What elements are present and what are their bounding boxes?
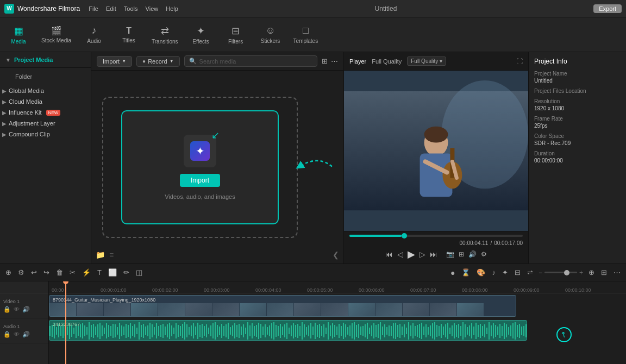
more-tl-icon[interactable]: ⋯ <box>612 267 622 278</box>
menu-tools[interactable]: Tools <box>124 5 138 12</box>
record-tl-icon[interactable]: ⬜ <box>107 267 118 278</box>
svg-rect-100 <box>247 322 248 340</box>
audio1-track-content[interactable]: 2412238767 // Will be rendered as static… <box>49 318 626 343</box>
filter-icon[interactable]: ⊞ <box>322 57 328 65</box>
detach-audio-icon[interactable]: ⚙ <box>17 267 26 278</box>
volume-icon[interactable]: 🔊 <box>468 250 477 258</box>
scrubber-bar[interactable] <box>349 235 523 237</box>
video1-eye-icon[interactable]: 👁 <box>14 306 20 313</box>
zoom-out-icon[interactable]: − <box>539 269 542 277</box>
audio-tl-icon[interactable]: ♪ <box>491 267 497 278</box>
svg-rect-187 <box>436 325 437 337</box>
more-options-icon[interactable]: ⋯ <box>331 57 338 65</box>
menu-view[interactable]: View <box>146 5 159 12</box>
effect-tl-icon[interactable]: ✦ <box>501 267 509 278</box>
settings-icon[interactable]: ⚙ <box>481 250 487 258</box>
scene-svg <box>344 71 528 231</box>
menu-file[interactable]: File <box>89 5 98 12</box>
audio1-clip[interactable]: 2412238767 // Will be rendered as static… <box>49 320 527 341</box>
sidebar-item-influence-kit[interactable]: ▶ Influence Kit NEW <box>0 107 91 118</box>
undo-icon[interactable]: ↩ <box>30 267 38 278</box>
composite-icon[interactable]: ⊟ <box>514 267 522 278</box>
tab-player[interactable]: Player <box>349 58 366 65</box>
audio-label: Audio <box>87 38 101 44</box>
frame-back-icon[interactable]: ◁ <box>397 250 403 259</box>
zoom-slider[interactable] <box>544 272 577 273</box>
video1-track-content[interactable]: 8790144_Guitar_Musician_Playing_1920x108… <box>49 293 626 318</box>
record-button[interactable]: ● Record ▼ <box>136 56 179 67</box>
audio1-audio-icon[interactable]: 🔊 <box>22 331 30 338</box>
menu-bar: File Edit Tools View Help <box>89 5 178 12</box>
sidebar-item-cloud-media[interactable]: ▶ Cloud Media <box>0 96 91 107</box>
fullscreen-icon[interactable]: ⛶ <box>516 58 523 65</box>
playhead[interactable] <box>65 281 66 364</box>
redo-icon[interactable]: ↪ <box>42 267 51 278</box>
add-marker-icon[interactable]: ⊕ <box>587 267 596 278</box>
toolbar-stickers[interactable]: ☺ Stickers <box>259 25 283 44</box>
clip-speed-icon[interactable]: ⌛ <box>460 267 471 278</box>
crop-icon[interactable]: ⊞ <box>459 250 464 258</box>
export-button[interactable]: Export <box>593 4 622 13</box>
video1-audio-icon[interactable]: 🔊 <box>22 306 30 313</box>
media-toolbar-icons: ⊞ ⋯ <box>322 57 338 65</box>
track-area: 00:00 00:00:01:00 00:00:02:00 00:00:03:0… <box>49 281 626 364</box>
motion-icon[interactable]: ⇌ <box>526 267 534 278</box>
sidebar-item-adjustment-layer[interactable]: ▶ Adjustment Layer <box>0 118 91 129</box>
draw-icon[interactable]: ✏ <box>122 267 130 278</box>
list-view-icon[interactable]: ≡ <box>109 250 114 259</box>
snapshot-icon[interactable]: 📷 <box>446 250 454 258</box>
menu-edit[interactable]: Edit <box>106 5 116 12</box>
add-folder-icon[interactable]: 📁 <box>96 250 105 259</box>
panel-collapse-icon[interactable]: ❮ <box>333 250 339 259</box>
sidebar-item-folder[interactable]: Folder <box>4 71 86 82</box>
import-media-button[interactable]: Import <box>180 174 220 187</box>
toolbar-transitions[interactable]: ⇄ Transitions <box>152 25 178 45</box>
audio1-lock-icon[interactable]: 🔒 <box>3 331 11 338</box>
skip-back-icon[interactable]: ⏮ <box>385 250 393 259</box>
cloud-media-toggle: ▶ <box>2 99 7 105</box>
svg-rect-62 <box>165 327 166 335</box>
color-icon[interactable]: 🎨 <box>475 267 486 278</box>
svg-rect-150 <box>356 325 357 337</box>
tab-full-quality[interactable]: Full Quality <box>372 58 402 65</box>
menu-help[interactable]: Help <box>166 5 178 12</box>
svg-rect-213 <box>493 323 494 338</box>
toolbar-filters[interactable]: ⊟ Filters <box>224 25 248 45</box>
grid-options-icon[interactable]: ⊞ <box>600 267 608 278</box>
svg-rect-174 <box>408 322 409 340</box>
toolbar-media[interactable]: ▦ Media <box>7 25 30 45</box>
audio1-eye-icon[interactable]: 👁 <box>14 331 20 338</box>
import-button[interactable]: Import ▼ <box>97 56 132 67</box>
text-icon[interactable]: T <box>96 267 103 278</box>
play-button[interactable]: ▶ <box>408 248 415 260</box>
toolbar-templates[interactable]: □ Templates <box>293 25 318 44</box>
drop-area-outer[interactable]: ✦ ↙ Import Videos, audio, and images <box>102 97 298 238</box>
svg-rect-111 <box>271 323 272 338</box>
skip-forward-icon[interactable]: ⏭ <box>430 250 437 259</box>
search-input[interactable]: 🔍 Search media <box>184 55 317 67</box>
svg-rect-14 <box>60 326 61 336</box>
sidebar-header: ▼ Project Media <box>0 52 91 68</box>
toolbar-titles[interactable]: T Titles <box>117 26 141 43</box>
zoom-in-icon[interactable]: + <box>579 269 583 277</box>
quality-indicator[interactable]: Full Quality ▾ <box>407 57 446 66</box>
import-caret-icon: ▼ <box>122 59 126 64</box>
toolbar-audio[interactable]: ♪ Audio <box>82 25 106 44</box>
delete-icon[interactable]: 🗑 <box>55 267 64 278</box>
cut-icon[interactable]: ✂ <box>68 267 77 278</box>
svg-rect-28 <box>91 325 92 337</box>
toolbar-stock-media[interactable]: 🎬 Stock Media <box>41 26 71 43</box>
sidebar-item-global-media[interactable]: ▶ Global Media <box>0 85 91 96</box>
group-icon[interactable]: ◫ <box>135 267 143 278</box>
video1-lock-icon[interactable]: 🔒 <box>3 306 11 313</box>
video1-track-header: Video 1 🔒 👁 🔊 <box>0 293 48 318</box>
svg-rect-77 <box>197 323 198 339</box>
split-audio-icon[interactable]: ⚡ <box>81 267 92 278</box>
video1-clip[interactable]: 8790144_Guitar_Musician_Playing_1920x108… <box>49 295 516 317</box>
frame-forward-icon[interactable]: ▷ <box>420 250 425 259</box>
add-track-icon[interactable]: ⊕ <box>4 267 12 278</box>
play-tl-icon[interactable]: ● <box>449 267 456 278</box>
scrubber-handle[interactable] <box>402 233 407 239</box>
toolbar-effects[interactable]: ✦ Effects <box>189 25 213 45</box>
sidebar-item-compound-clip[interactable]: ▶ Compound Clip <box>0 129 91 140</box>
